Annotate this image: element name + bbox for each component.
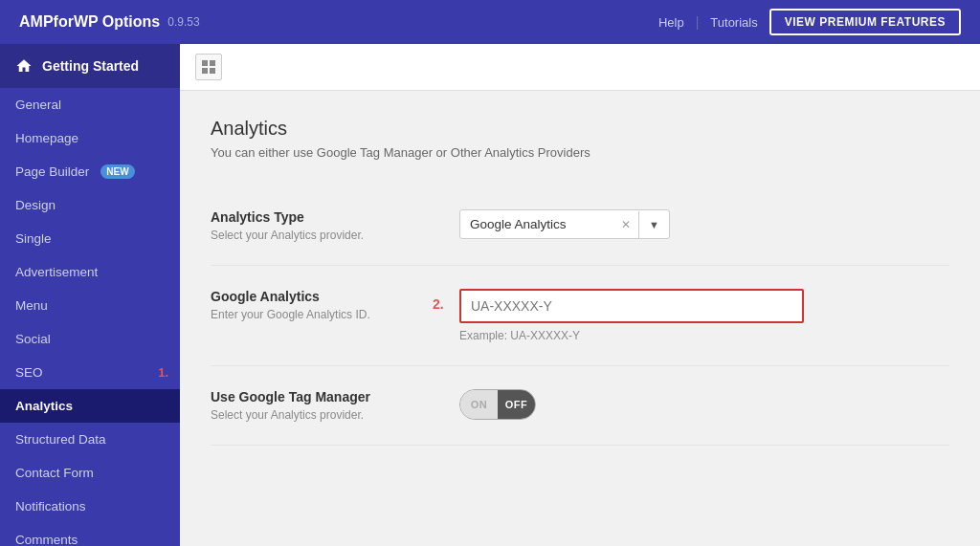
sidebar-item-advertisement[interactable]: Advertisement xyxy=(0,255,180,289)
sidebar-label: Homepage xyxy=(15,131,78,145)
main-content: Analytics You can either use Google Tag … xyxy=(180,91,980,472)
sidebar-label: Contact Form xyxy=(15,466,94,480)
ga-id-example: Example: UA-XXXXX-Y xyxy=(459,329,949,342)
main-content-area: Analytics You can either use Google Tag … xyxy=(180,44,980,546)
select-clear-icon[interactable]: ✕ xyxy=(613,211,639,238)
header: AMPforWP Options 0.9.53 Help | Tutorials… xyxy=(0,0,980,44)
sidebar: Getting Started General Homepage Page Bu… xyxy=(0,44,180,546)
sidebar-item-seo[interactable]: SEO 1. xyxy=(0,356,180,389)
tag-manager-description: Select your Analytics provider. xyxy=(211,408,459,422)
sidebar-label: Design xyxy=(15,198,56,212)
google-analytics-label: Google Analytics xyxy=(211,289,459,304)
tag-manager-label: Use Google Tag Manager xyxy=(211,389,459,404)
toggle-switch[interactable]: ON OFF xyxy=(459,389,536,420)
toggle-on-label: ON xyxy=(460,390,498,419)
svg-rect-1 xyxy=(210,60,215,66)
getting-started-label: Getting Started xyxy=(42,58,139,74)
google-analytics-description: Enter your Google Analytics ID. xyxy=(211,308,459,321)
sidebar-label: Notifications xyxy=(15,499,86,513)
sidebar-label: Analytics xyxy=(15,399,73,413)
sidebar-item-general[interactable]: General xyxy=(0,88,180,121)
sidebar-item-analytics[interactable]: Analytics xyxy=(0,389,180,423)
sidebar-label: Menu xyxy=(15,298,48,313)
analytics-type-select[interactable]: Google Analytics ✕ ▼ xyxy=(459,209,670,239)
app-version: 0.9.53 xyxy=(167,15,199,29)
sidebar-item-page-builder[interactable]: Page Builder NEW xyxy=(0,155,180,188)
sidebar-label: Advertisement xyxy=(15,265,98,279)
sidebar-item-homepage[interactable]: Homepage xyxy=(0,121,180,155)
sidebar-label: Social xyxy=(15,332,51,346)
google-tag-manager-row: Use Google Tag Manager Select your Analy… xyxy=(211,366,949,446)
svg-rect-2 xyxy=(202,68,208,74)
toggle-off-label: OFF xyxy=(498,390,535,419)
app-title: AMPforWP Options xyxy=(19,13,160,31)
sidebar-label: Page Builder xyxy=(15,164,89,179)
seo-step-indicator: 1. xyxy=(158,365,168,380)
premium-button[interactable]: VIEW PREMIUM FEATURES xyxy=(769,9,961,35)
sidebar-item-getting-started[interactable]: Getting Started xyxy=(0,44,180,88)
analytics-type-selected: Google Analytics xyxy=(460,210,613,238)
select-arrow-icon[interactable]: ▼ xyxy=(639,212,669,237)
sidebar-label: Single xyxy=(15,231,52,246)
sidebar-label: Structured Data xyxy=(15,432,106,447)
sidebar-item-comments[interactable]: Comments xyxy=(0,523,180,546)
page-title: Analytics xyxy=(211,118,949,140)
sidebar-item-design[interactable]: Design xyxy=(0,188,180,222)
google-analytics-row: Google Analytics Enter your Google Analy… xyxy=(211,266,949,366)
analytics-type-label: Analytics Type xyxy=(211,209,459,225)
help-link[interactable]: Help xyxy=(658,15,684,30)
step-2-indicator: 2. xyxy=(433,296,444,312)
header-right: Help | Tutorials VIEW PREMIUM FEATURES xyxy=(658,9,961,35)
layout: Getting Started General Homepage Page Bu… xyxy=(0,44,980,546)
analytics-type-row: Analytics Type Select your Analytics pro… xyxy=(211,186,949,266)
tag-manager-toggle[interactable]: ON OFF xyxy=(459,389,949,420)
sidebar-item-contact-form[interactable]: Contact Form xyxy=(0,456,180,490)
svg-rect-3 xyxy=(210,68,215,74)
toolbar xyxy=(180,44,980,91)
sidebar-label: SEO xyxy=(15,365,43,380)
page-subtitle: You can either use Google Tag Manager or… xyxy=(211,145,949,160)
home-icon xyxy=(15,57,33,75)
svg-rect-0 xyxy=(202,60,208,66)
analytics-type-description: Select your Analytics provider. xyxy=(211,229,459,242)
sidebar-item-structured-data[interactable]: Structured Data xyxy=(0,423,180,456)
sidebar-label: Comments xyxy=(15,533,78,546)
new-badge: NEW xyxy=(100,164,134,179)
google-analytics-id-input[interactable] xyxy=(459,289,804,323)
sidebar-item-notifications[interactable]: Notifications xyxy=(0,490,180,523)
sidebar-label: General xyxy=(15,98,61,112)
sidebar-item-social[interactable]: Social xyxy=(0,322,180,356)
sidebar-item-single[interactable]: Single xyxy=(0,222,180,255)
tutorials-link[interactable]: Tutorials xyxy=(710,15,757,30)
sidebar-item-menu[interactable]: Menu xyxy=(0,289,180,322)
grid-view-icon[interactable] xyxy=(195,54,222,80)
